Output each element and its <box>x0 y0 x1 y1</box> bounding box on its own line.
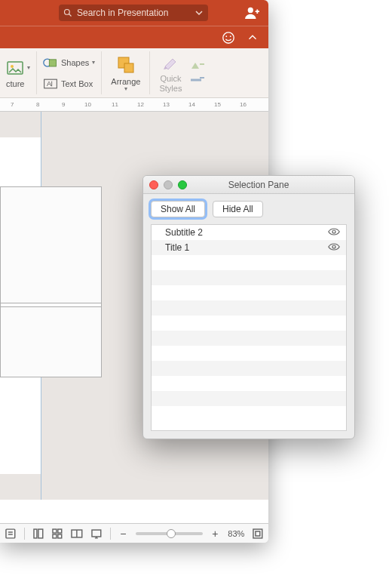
ruler-mark: 12 <box>137 101 144 108</box>
svg-point-4 <box>225 35 227 37</box>
reading-view-icon[interactable] <box>71 528 83 540</box>
ruler-mark: 16 <box>240 101 247 108</box>
svg-rect-22 <box>53 529 57 533</box>
search-box[interactable] <box>59 5 208 21</box>
list-item[interactable]: Subtitle 2 <box>152 225 346 240</box>
list-item <box>152 316 346 331</box>
ribbon-group-drawing: Quick Styles <box>150 51 212 94</box>
chevron-down-icon: ▾ <box>27 64 30 71</box>
svg-line-1 <box>69 14 72 17</box>
svg-point-2 <box>248 8 253 13</box>
picture-label: cture <box>6 79 30 88</box>
notes-icon[interactable] <box>5 528 17 540</box>
svg-rect-25 <box>58 534 62 537</box>
shape-fill-icon <box>189 61 206 72</box>
zoom-in-button[interactable]: + <box>210 528 221 540</box>
list-item-label: Title 1 <box>165 242 189 253</box>
shapes-icon <box>43 56 58 69</box>
close-icon[interactable] <box>149 180 158 189</box>
emoji-icon[interactable] <box>222 31 235 45</box>
separator <box>110 528 111 540</box>
svg-rect-15 <box>200 63 204 65</box>
selection-pane-toolbar: Show All Hide All <box>143 194 354 224</box>
chevron-down-icon: ▾ <box>92 59 95 66</box>
arrange-button[interactable]: Arrange ▾ <box>108 54 143 92</box>
ribbon: ▾ cture Shapes ▾ A Text Box Arrange ▾ <box>0 48 268 98</box>
arrange-icon <box>115 54 136 75</box>
secondary-bar <box>0 26 268 48</box>
picture-icon <box>6 59 24 77</box>
textbox-button[interactable]: A Text Box <box>43 74 95 94</box>
status-bar: − + 83% <box>0 523 268 543</box>
quick-styles-icon <box>161 53 180 72</box>
list-item <box>152 255 346 270</box>
selection-list: Subtitle 2 Title 1 <box>151 224 347 431</box>
hide-all-button[interactable]: Hide All <box>213 201 263 217</box>
shapes-button[interactable]: Shapes ▾ <box>43 53 95 72</box>
svg-rect-20 <box>34 529 37 538</box>
fit-to-window-icon[interactable] <box>252 528 264 540</box>
ruler-mark: 11 <box>112 101 118 108</box>
list-item[interactable]: Title 1 <box>152 240 346 255</box>
quick-styles-button: Quick Styles <box>156 53 185 92</box>
zoom-level[interactable]: 83% <box>228 529 244 538</box>
svg-rect-17 <box>6 529 15 538</box>
zoom-thumb[interactable] <box>167 529 176 538</box>
search-input[interactable] <box>77 8 190 18</box>
zoom-out-button[interactable]: − <box>118 528 128 540</box>
list-item <box>152 331 346 346</box>
visibility-toggle[interactable] <box>328 242 340 254</box>
list-item <box>152 285 346 300</box>
svg-rect-21 <box>38 529 43 538</box>
share-icon[interactable] <box>244 6 261 20</box>
textbox-label: Text Box <box>61 79 93 88</box>
shapes-label: Shapes <box>61 58 89 67</box>
svg-rect-24 <box>53 534 57 537</box>
title-bar <box>0 0 268 26</box>
list-item <box>152 376 346 391</box>
svg-rect-23 <box>58 529 62 533</box>
collapse-ribbon-icon[interactable] <box>246 31 259 45</box>
list-item <box>152 270 346 285</box>
ruler-mark: 14 <box>188 101 195 108</box>
svg-rect-14 <box>124 63 133 72</box>
selection-pane-title: Selection Pane <box>169 180 348 190</box>
normal-view-icon[interactable] <box>32 528 44 540</box>
eye-icon <box>328 242 340 251</box>
svg-text:A: A <box>47 80 52 88</box>
placeholder-divider <box>0 303 102 303</box>
svg-rect-28 <box>92 530 101 537</box>
visibility-toggle[interactable] <box>328 227 340 239</box>
ruler-mark: 13 <box>163 101 170 108</box>
quick-styles-label: Quick Styles <box>159 74 182 92</box>
textbox-icon: A <box>43 77 58 91</box>
list-item <box>152 300 346 316</box>
svg-point-3 <box>223 32 234 42</box>
ribbon-group-arrange: Arrange ▾ <box>102 51 150 94</box>
show-all-button[interactable]: Show All <box>151 201 205 217</box>
list-item <box>152 406 346 421</box>
list-item-label: Subtitle 2 <box>165 227 203 238</box>
zoom-slider[interactable] <box>136 532 202 535</box>
slideshow-icon[interactable] <box>90 528 103 540</box>
svg-point-31 <box>332 245 335 248</box>
placeholder-box[interactable] <box>0 306 102 377</box>
ruler-mark: 15 <box>214 101 221 108</box>
chevron-down-icon[interactable] <box>194 8 204 17</box>
picture-button[interactable]: ▾ <box>6 58 30 78</box>
ruler-mark: 9 <box>62 101 65 108</box>
list-item <box>152 346 346 361</box>
search-icon <box>63 8 72 17</box>
sorter-view-icon[interactable] <box>51 528 63 540</box>
selection-pane-window[interactable]: Selection Pane Show All Hide All Subtitl… <box>142 175 355 439</box>
separator <box>24 528 25 540</box>
svg-point-30 <box>332 230 335 233</box>
svg-point-7 <box>11 65 14 68</box>
selection-pane-titlebar[interactable]: Selection Pane <box>143 176 354 194</box>
ribbon-group-insert: ▾ cture <box>0 51 37 94</box>
ruler-mark: 8 <box>36 101 39 108</box>
svg-point-5 <box>230 35 231 37</box>
list-item <box>152 361 346 376</box>
ruler: 7 8 9 10 11 12 13 14 15 16 <box>0 98 268 112</box>
svg-rect-9 <box>49 59 56 66</box>
